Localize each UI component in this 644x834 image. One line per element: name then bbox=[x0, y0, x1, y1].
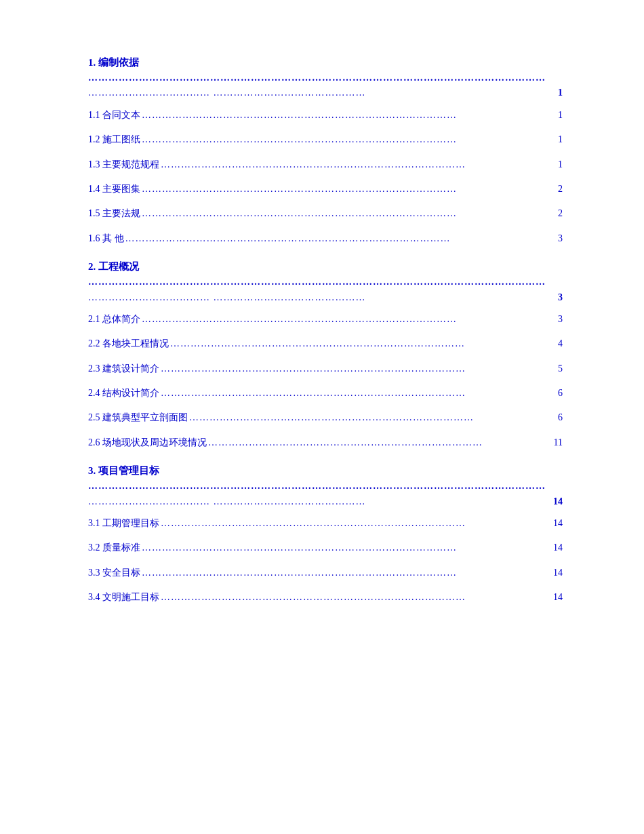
item-label: 1.6 其 他 bbox=[88, 231, 124, 246]
heading-line2-sec3: ……………………………… ………………………………………14 bbox=[88, 494, 563, 509]
item-dots: ………………………………………………………………………………… bbox=[142, 206, 542, 221]
toc-item-1.1: 1.1 合同文本…………………………………………………………………………………1 bbox=[88, 108, 563, 123]
table-of-contents: 1.编制依据…………………………………………………………………………………………… bbox=[88, 54, 563, 605]
item-dots: ………………………………………………………………………………… bbox=[142, 132, 542, 147]
toc-item-3.3: 3.3 安全目标…………………………………………………………………………………1… bbox=[88, 565, 563, 580]
toc-heading-sec2: 2.工程概况…………………………………………………………………………………………… bbox=[88, 258, 563, 290]
item-dots: ………………………………………………………………………… bbox=[189, 410, 542, 425]
item-label: 2.6 场地现状及周边环境情况 bbox=[88, 435, 207, 450]
item-label: 2.2 各地块工程情况 bbox=[88, 336, 169, 351]
item-page: 2 bbox=[542, 206, 563, 221]
item-label: 2.3 建筑设计简介 bbox=[88, 361, 159, 376]
heading-title: 编制依据 bbox=[98, 54, 139, 71]
item-dots: ……………………………………………………………………………… bbox=[161, 361, 542, 376]
toc-item-2.2: 2.2 各地块工程情况……………………………………………………………………………… bbox=[88, 336, 563, 351]
toc-item-3.1: 3.1 工期管理目标………………………………………………………………………………… bbox=[88, 516, 563, 531]
item-dots: ………………………………………………………………………………… bbox=[142, 182, 542, 197]
toc-item-1.4: 1.4 主要图集…………………………………………………………………………………2 bbox=[88, 182, 563, 197]
heading-dots1: …………………………………………………………………………………………………………… bbox=[88, 275, 563, 290]
heading-title: 项目管理目标 bbox=[98, 462, 159, 479]
item-label: 2.5 建筑典型平立剖面图 bbox=[88, 410, 188, 425]
item-label: 3.1 工期管理目标 bbox=[88, 516, 159, 531]
item-label: 2.1 总体简介 bbox=[88, 312, 140, 327]
heading-page: 3 bbox=[542, 290, 563, 305]
item-label: 3.3 安全目标 bbox=[88, 565, 140, 580]
heading-line2-sec2: ……………………………… ………………………………………3 bbox=[88, 290, 563, 305]
item-page: 6 bbox=[542, 386, 563, 401]
heading-title: 工程概况 bbox=[98, 258, 139, 275]
toc-item-3.4: 3.4 文明施工目标………………………………………………………………………………… bbox=[88, 590, 563, 605]
item-dots: ……………………………………………………………………………… bbox=[161, 516, 542, 531]
toc-heading-sec1: 1.编制依据…………………………………………………………………………………………… bbox=[88, 54, 563, 85]
toc-section-sec1: 1.编制依据…………………………………………………………………………………………… bbox=[88, 54, 563, 246]
toc-item-2.5: 2.5 建筑典型平立剖面图………………………………………………………………………… bbox=[88, 410, 563, 425]
item-dots: ………………………………………………………………………………… bbox=[142, 540, 542, 555]
heading-dots2: ……………………………… ……………………………………… bbox=[88, 494, 542, 509]
heading-num: 1. bbox=[88, 54, 96, 71]
heading-line2-sec1: ……………………………… ………………………………………1 bbox=[88, 85, 563, 100]
toc-item-2.4: 2.4 结构设计简介………………………………………………………………………………… bbox=[88, 386, 563, 401]
item-dots: ……………………………………………………………………………… bbox=[161, 386, 542, 401]
item-label: 1.4 主要图集 bbox=[88, 182, 140, 197]
toc-item-3.2: 3.2 质量标准 …………………………………………………………………………………… bbox=[88, 540, 563, 555]
item-label: 3.2 质量标准 bbox=[88, 540, 140, 555]
item-page: 11 bbox=[542, 435, 563, 450]
toc-item-1.6: 1.6 其 他……………………………………………………………………………………3 bbox=[88, 231, 563, 246]
item-page: 14 bbox=[542, 590, 563, 605]
item-page: 5 bbox=[542, 361, 563, 376]
toc-section-sec3: 3.项目管理目标……………………………………………………………………………………… bbox=[88, 462, 563, 605]
item-dots: ……………………………………………………………………… bbox=[208, 435, 542, 450]
toc-heading-sec3: 3.项目管理目标……………………………………………………………………………………… bbox=[88, 462, 563, 494]
item-page: 14 bbox=[542, 516, 563, 531]
toc-item-1.2: 1.2 施工图纸…………………………………………………………………………………1 bbox=[88, 132, 563, 147]
item-dots: ………………………………………………………………………………… bbox=[142, 312, 542, 327]
heading-num: 3. bbox=[88, 462, 96, 479]
item-label: 3.4 文明施工目标 bbox=[88, 590, 159, 605]
heading-dots2: ……………………………… ……………………………………… bbox=[88, 85, 542, 100]
item-dots: ………………………………………………………………………………… bbox=[142, 565, 542, 580]
item-page: 1 bbox=[542, 132, 563, 147]
heading-dots1: …………………………………………………………………………………………………………… bbox=[88, 71, 563, 85]
item-page: 6 bbox=[542, 410, 563, 425]
item-label: 1.2 施工图纸 bbox=[88, 132, 140, 147]
item-dots: …………………………………………………………………………………… bbox=[125, 231, 543, 246]
item-dots: ……………………………………………………………………………… bbox=[161, 157, 542, 172]
item-page: 14 bbox=[542, 565, 563, 580]
item-label: 1.1 合同文本 bbox=[88, 108, 140, 123]
heading-dots1: …………………………………………………………………………………………………………… bbox=[88, 479, 563, 494]
heading-num: 2. bbox=[88, 258, 96, 275]
toc-item-2.3: 2.3 建筑设计简介………………………………………………………………………………… bbox=[88, 361, 563, 376]
item-page: 1 bbox=[542, 108, 563, 123]
toc-item-1.3: 1.3 主要规范规程………………………………………………………………………………… bbox=[88, 157, 563, 172]
item-label: 2.4 结构设计简介 bbox=[88, 386, 159, 401]
item-page: 14 bbox=[542, 540, 563, 555]
toc-item-1.5: 1.5 主要法规…………………………………………………………………………………2 bbox=[88, 206, 563, 221]
item-page: 1 bbox=[542, 157, 563, 172]
heading-page: 1 bbox=[542, 85, 563, 100]
heading-page: 14 bbox=[542, 494, 563, 509]
toc-item-2.6: 2.6 场地现状及周边环境情况…………………………………………………………………… bbox=[88, 435, 563, 450]
item-page: 3 bbox=[542, 231, 563, 246]
item-dots: ……………………………………………………………………………… bbox=[161, 590, 542, 605]
toc-item-2.1: 2.1 总体简介…………………………………………………………………………………3 bbox=[88, 312, 563, 327]
heading-dots2: ……………………………… ……………………………………… bbox=[88, 290, 542, 305]
item-page: 2 bbox=[542, 182, 563, 197]
toc-section-sec2: 2.工程概况…………………………………………………………………………………………… bbox=[88, 258, 563, 450]
item-dots: …………………………………………………………………………… bbox=[170, 336, 542, 351]
item-page: 4 bbox=[542, 336, 563, 351]
item-label: 1.3 主要规范规程 bbox=[88, 157, 159, 172]
item-page: 3 bbox=[542, 312, 563, 327]
item-dots: ………………………………………………………………………………… bbox=[142, 108, 542, 123]
item-label: 1.5 主要法规 bbox=[88, 206, 140, 221]
